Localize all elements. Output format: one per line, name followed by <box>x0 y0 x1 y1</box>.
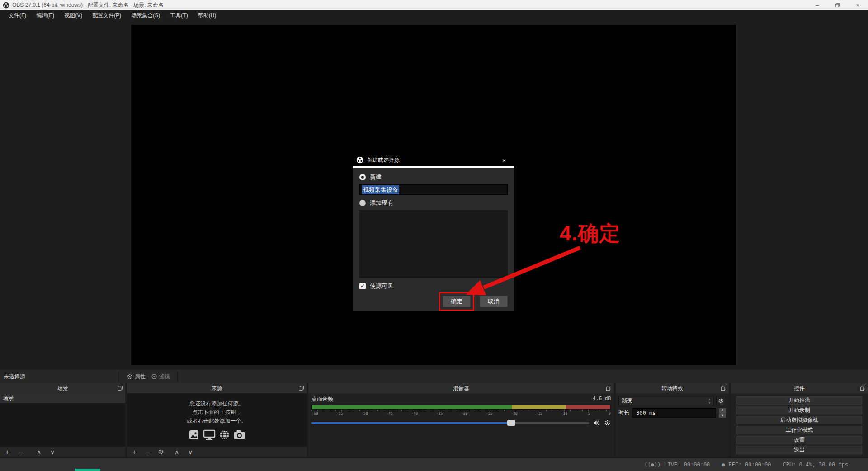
source-properties-gear-icon[interactable] <box>158 449 164 455</box>
studio-mode-button[interactable]: 工作室模式 <box>736 426 862 434</box>
cpu-fps-stats: CPU: 0.4%, 30.00 fps <box>783 462 849 468</box>
annotation-highlight-box <box>439 292 474 311</box>
sources-empty-line: 您还没有添加任何源。 <box>190 400 244 408</box>
taskbar-sliver <box>75 469 100 471</box>
camera-source-icon <box>233 429 245 440</box>
source-toolbar: 未选择源 属性 滤镜 <box>0 370 868 383</box>
duration-spinner: ∧ ∨ <box>719 408 726 418</box>
text-caret <box>400 186 400 193</box>
mixer-panel-title: 混音器 <box>453 385 469 392</box>
sources-panel: 来源 您还没有添加任何源。 点击下面的 + 按钮， 或者右击此处添加一个。 + … <box>127 383 307 457</box>
toolbar-separator <box>177 372 178 382</box>
transition-selected-value: 渐变 <box>619 397 705 405</box>
make-source-visible-checkbox[interactable]: ✓ <box>359 283 366 289</box>
duration-label: 时长 <box>618 409 629 417</box>
scene-transitions-panel: 转场特效 渐变 ∧∨ 时长 300 ms ∧ ∨ <box>616 383 729 457</box>
menu-file[interactable]: 文件(F) <box>4 10 31 21</box>
meter-tick-marks <box>311 410 611 411</box>
volume-slider-handle[interactable] <box>507 420 515 426</box>
menu-scene-collection[interactable]: 场景集合(S) <box>126 10 165 21</box>
radio-create-new[interactable] <box>359 174 366 180</box>
volume-meter <box>311 405 611 410</box>
restore-button[interactable] <box>827 0 848 10</box>
menu-edit[interactable]: 编辑(E) <box>31 10 59 21</box>
speaker-icon[interactable] <box>593 419 600 427</box>
controls-panel-title: 控件 <box>794 385 805 392</box>
menu-help[interactable]: 帮助(H) <box>193 10 222 21</box>
obs-dialog-icon <box>356 156 363 164</box>
popout-icon[interactable] <box>721 386 726 391</box>
popout-icon[interactable] <box>606 386 611 391</box>
menu-tools[interactable]: 工具(T) <box>165 10 193 21</box>
menu-view[interactable]: 视图(V) <box>59 10 87 21</box>
transition-select[interactable]: 渐变 ∧∨ <box>618 396 714 405</box>
status-bar: ((●)) LIVE: 00:00:00 ● REC: 00:00:00 CPU… <box>0 458 868 471</box>
gear-icon <box>127 373 133 380</box>
move-scene-up-button[interactable]: ∧ <box>35 448 42 456</box>
gear-icon <box>718 398 724 404</box>
menu-profile[interactable]: 配置文件(P) <box>87 10 126 21</box>
move-scene-down-button[interactable]: ∨ <box>49 448 56 456</box>
move-source-up-button[interactable]: ∧ <box>173 448 180 456</box>
mixer-gear-icon[interactable] <box>604 419 611 426</box>
scenes-toolbar: + − ∧ ∨ <box>0 447 125 457</box>
window-title: OBS 27.0.1 (64-bit, windows) - 配置文件: 未命名… <box>12 1 164 9</box>
volume-slider-fill <box>311 422 511 424</box>
rec-timer: REC: 00:00:00 <box>729 462 771 468</box>
scenes-list[interactable]: 场景 <box>0 393 125 447</box>
exit-button[interactable]: 退出 <box>736 446 862 454</box>
start-recording-button[interactable]: 开始录制 <box>736 406 862 414</box>
obs-logo-icon <box>3 2 9 9</box>
radio-add-existing[interactable] <box>359 200 366 206</box>
settings-button[interactable]: 设置 <box>736 436 862 444</box>
sources-list[interactable]: 您还没有添加任何源。 点击下面的 + 按钮， 或者右击此处添加一个。 <box>127 393 307 447</box>
sources-empty-line: 点击下面的 + 按钮， <box>192 408 242 417</box>
popout-icon[interactable] <box>118 386 123 391</box>
sources-panel-title: 来源 <box>212 385 222 392</box>
transition-gear-button[interactable] <box>716 396 726 405</box>
start-virtual-camera-button[interactable]: 启动虚拟摄像机 <box>736 416 862 424</box>
transitions-panel-title: 转场特效 <box>661 385 683 392</box>
mixer-body: 桌面音频 -4.6 dB -60-55 -50-45 -40-35 -30-25… <box>308 393 614 447</box>
source-name-input[interactable]: 视频采集设备 <box>359 184 508 195</box>
start-streaming-button[interactable]: 开始推流 <box>736 396 862 405</box>
live-broadcast-icon: ((●)) <box>644 462 660 468</box>
scene-list-item[interactable]: 场景 <box>0 393 125 403</box>
meter-green-segment <box>312 405 512 409</box>
popout-icon[interactable] <box>860 386 865 391</box>
meter-red-segment <box>566 405 610 409</box>
rec-indicator-icon: ● <box>722 462 725 468</box>
filter-icon <box>151 373 157 380</box>
filters-button[interactable]: 滤镜 <box>148 373 173 381</box>
controls-panel-header[interactable]: 控件 <box>731 383 868 393</box>
popout-icon[interactable] <box>299 386 304 391</box>
cancel-button[interactable]: 取消 <box>480 296 508 307</box>
dialog-title-bar[interactable]: 创建或选择源 × <box>353 154 514 168</box>
existing-sources-list[interactable] <box>359 210 508 278</box>
sources-panel-header[interactable]: 来源 <box>127 383 307 393</box>
duration-input[interactable]: 300 ms <box>632 408 716 418</box>
radio-add-existing-label: 添加现有 <box>370 199 393 207</box>
mixer-panel-header[interactable]: 混音器 <box>308 383 614 393</box>
volume-slider[interactable] <box>311 422 589 424</box>
remove-source-button[interactable]: − <box>144 448 151 456</box>
close-button[interactable]: × <box>848 0 868 10</box>
minimize-button[interactable]: – <box>807 0 827 10</box>
remove-scene-button[interactable]: − <box>17 448 24 456</box>
make-source-visible-label: 使源可见 <box>370 282 393 290</box>
obs-window: OBS 27.0.1 (64-bit, windows) - 配置文件: 未命名… <box>0 0 868 471</box>
scenes-panel-header[interactable]: 场景 <box>0 383 125 393</box>
add-source-button[interactable]: + <box>131 448 138 456</box>
dialog-title: 创建或选择源 <box>367 156 497 164</box>
transitions-panel-header[interactable]: 转场特效 <box>616 383 729 393</box>
combo-arrows-icon: ∧∨ <box>705 398 713 404</box>
move-source-down-button[interactable]: ∨ <box>187 448 194 456</box>
add-scene-button[interactable]: + <box>4 448 11 456</box>
duration-decrement-button[interactable]: ∨ <box>719 413 726 418</box>
duration-increment-button[interactable]: ∧ <box>719 408 726 413</box>
create-select-source-dialog: 创建或选择源 × 新建 视频采集设备 添加现有 ✓ 使源可见 <box>353 154 514 311</box>
transitions-body: 渐变 ∧∨ 时长 300 ms ∧ ∨ <box>616 393 729 447</box>
properties-button[interactable]: 属性 <box>124 373 148 381</box>
dialog-close-icon[interactable]: × <box>497 156 511 164</box>
meter-tick-labels: -60-55 -50-45 -40-35 -30-25 -20-15 -10-5… <box>311 412 611 416</box>
